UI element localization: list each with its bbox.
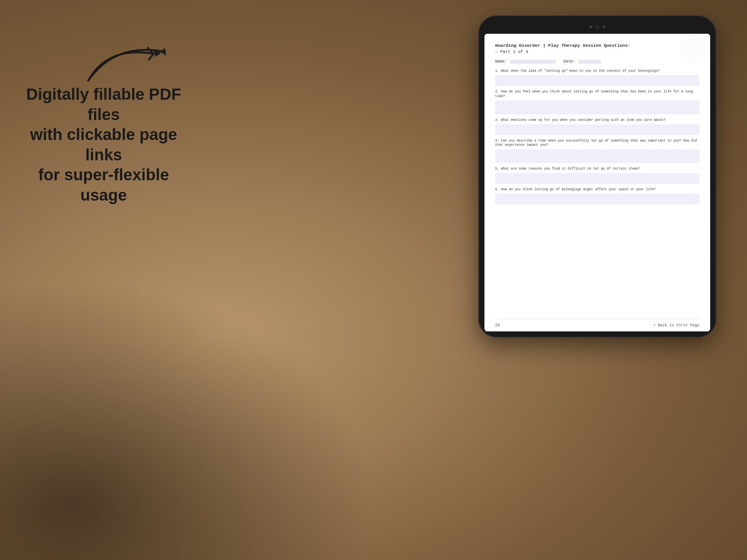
- promo-line-3: for super-flexible usage: [38, 166, 169, 204]
- question-6: 6. How do you think letting go of belong…: [495, 188, 699, 192]
- question-5: 5. What are some reasons you find it dif…: [495, 167, 699, 171]
- back-to-first-page-link[interactable]: + Back to First Page: [653, 323, 699, 328]
- pdf-subtitle: – Part 1 of 4: [495, 49, 699, 54]
- corner-decoration-top: [679, 34, 710, 64]
- name-input-field[interactable]: [510, 60, 556, 64]
- pdf-title: Hoarding Disorder | Play Therapy Session…: [495, 43, 699, 48]
- question-4: 4. Can you describe a time when you succ…: [495, 139, 699, 148]
- bg-overlay: [0, 280, 374, 560]
- question-1: 1. What does the idea of "letting go" me…: [495, 69, 699, 74]
- ipad-frame: Hoarding Disorder | Play Therapy Session…: [478, 15, 716, 338]
- page-number: 20: [495, 323, 500, 328]
- answer-area-5[interactable]: [495, 173, 699, 184]
- pdf-content: Hoarding Disorder | Play Therapy Session…: [484, 34, 710, 319]
- question-3: 3. What emotions come up for you when yo…: [495, 118, 699, 123]
- pdf-footer: 20 + Back to First Page: [484, 319, 710, 331]
- curved-arrow-icon: [77, 31, 184, 92]
- question-2: 2. How do you feel when you think about …: [495, 90, 699, 99]
- date-label: Date:: [564, 59, 575, 64]
- camera-dot-center: [595, 25, 599, 29]
- answer-area-1[interactable]: [495, 75, 699, 86]
- name-date-row: Name: Date:: [495, 59, 699, 64]
- svg-marker-0: [160, 48, 166, 56]
- camera-dot-right: [602, 25, 605, 28]
- ipad-top-bar: [484, 21, 710, 32]
- answer-area-3[interactable]: [495, 124, 699, 135]
- ipad-screen: Hoarding Disorder | Play Therapy Session…: [484, 34, 710, 331]
- date-input-field[interactable]: [578, 60, 601, 64]
- camera-dot-left: [589, 25, 592, 28]
- answer-area-4[interactable]: [495, 149, 699, 163]
- promo-line-1: Digitally fillable PDF files: [26, 85, 181, 124]
- name-label: Name:: [495, 59, 507, 64]
- promo-line-2: with clickable page links: [30, 125, 177, 164]
- answer-area-6[interactable]: [495, 194, 699, 204]
- answer-area-2[interactable]: [495, 100, 699, 114]
- promo-text: Digitally fillable PDF files with clicka…: [23, 84, 184, 205]
- footer-decoration: [582, 320, 613, 330]
